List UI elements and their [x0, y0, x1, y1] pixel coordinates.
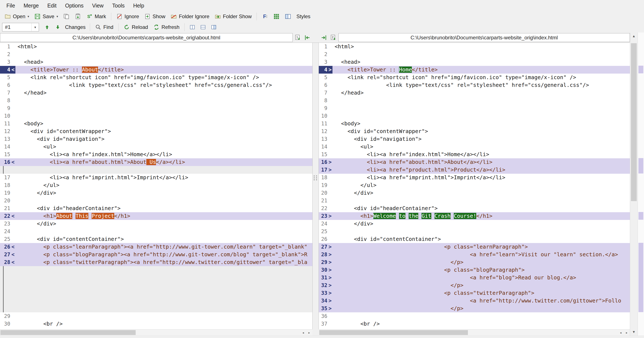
code-row[interactable]: 29> </p> [319, 258, 630, 266]
diff-selector-combobox[interactable]: #1 ▾ [2, 23, 39, 32]
code-row[interactable]: 3 <head> [319, 58, 630, 66]
code-row[interactable]: 6 <link type="text/css" rel="stylesheet"… [319, 81, 630, 89]
code-row[interactable]: 11 <body> [0, 120, 312, 128]
code-row[interactable]: 15 <li><a href="index.html">Home</a></li… [319, 150, 630, 158]
code-row[interactable]: 26< <p class="learnParagraph"><a href="h… [0, 243, 312, 251]
copy-button[interactable] [61, 12, 72, 21]
scroll-right-icon[interactable]: ▸ [624, 330, 630, 335]
code-row[interactable]: 31 <br /> [0, 328, 312, 329]
scroll-left-icon[interactable]: ◂ [300, 330, 306, 335]
open-button[interactable]: Open ▾ [2, 12, 32, 21]
code-row[interactable]: 5 <link rel="shortcut icon" href="img/fa… [0, 74, 312, 81]
left-hscroll-thumb[interactable] [0, 330, 136, 335]
pane-splitter[interactable] [312, 43, 319, 329]
vscroll-thumb[interactable] [631, 43, 637, 201]
code-row[interactable]: 4> <title>Tower :: Home</title> [319, 66, 630, 74]
code-row[interactable]: 32> </p> [319, 282, 630, 289]
vertical-scrollbar[interactable]: ▲ ▼ [630, 32, 638, 336]
chevron-down-icon[interactable]: ▾ [32, 23, 39, 31]
menu-item-options[interactable]: Options [61, 1, 88, 10]
code-row[interactable]: 20 [0, 197, 312, 204]
code-row[interactable]: 3 <head> [0, 58, 312, 66]
left-horizontal-scrollbar[interactable]: ◂ ▸ [0, 329, 312, 336]
scroll-down-icon[interactable]: ▼ [630, 328, 638, 336]
scroll-right-icon[interactable]: ▸ [306, 330, 312, 335]
code-row[interactable]: 2 [0, 50, 312, 58]
code-row[interactable]: 30 <br /> [0, 320, 312, 328]
menu-item-view[interactable]: View [88, 1, 108, 10]
find-button[interactable]: Find [93, 22, 116, 32]
code-row[interactable]: 26 <div id="contentContainer"> [319, 235, 630, 243]
code-gap-row[interactable] [0, 297, 312, 305]
font-button[interactable]: F [259, 12, 270, 21]
code-row[interactable]: 29 [0, 312, 312, 320]
copy-pane1-button[interactable]: 1 [294, 33, 302, 42]
layout-vertical-button[interactable] [187, 22, 198, 32]
scroll-left-icon[interactable]: ◂ [618, 330, 624, 335]
code-row[interactable]: 8 [0, 97, 312, 104]
code-row[interactable]: 12 <div id="contentWrapper"> [319, 128, 630, 135]
code-row[interactable]: 12 <div id="contentWrapper"> [0, 128, 312, 135]
code-row[interactable]: 38 <br /> [319, 328, 630, 329]
code-row[interactable]: 21 <div id="headerContainer"> [0, 204, 312, 212]
code-row[interactable]: 22< <h1>About This Project</h1> [0, 212, 312, 220]
refresh-button[interactable]: Refresh [151, 22, 182, 32]
code-row[interactable]: 18 </ul> [0, 182, 312, 189]
right-file-path-header[interactable]: C:\Users\brunobrito\Documents\carparts-w… [338, 33, 630, 42]
code-row[interactable]: 34> <a href="http://www.twitter.com/gitt… [319, 297, 630, 305]
code-row[interactable]: 6 <link type="text/css" rel="stylesheet"… [0, 81, 312, 89]
diff-location-map[interactable] [638, 32, 644, 336]
diff-map-block[interactable] [638, 66, 643, 74]
panes-view-button[interactable] [282, 12, 294, 21]
code-row[interactable]: 5 <link rel="shortcut icon" href="img/fa… [319, 74, 630, 81]
code-row[interactable]: 10 [0, 112, 312, 120]
code-row[interactable]: 17 <li><a href="imprint.html">Imprint</a… [0, 174, 312, 182]
code-row[interactable]: 16< <li><a href="about.html">About Us</a… [0, 158, 312, 166]
right-horizontal-scrollbar[interactable]: ◂ ▸ [319, 329, 630, 336]
code-row[interactable]: 8 [319, 97, 630, 104]
save-button[interactable]: Save ▾ [32, 12, 60, 21]
code-row[interactable]: 23 </div> [0, 220, 312, 228]
code-row[interactable]: 37 <br /> [319, 320, 630, 328]
diff-map-block[interactable] [638, 158, 643, 174]
code-row[interactable]: 4< <title>Tower :: About</title> [0, 66, 312, 74]
next-diff-button[interactable] [53, 22, 63, 32]
code-row[interactable]: 33> <p class="twitterParagraph"> [319, 289, 630, 297]
menu-item-edit[interactable]: Edit [43, 1, 61, 10]
folder-ignore-button[interactable]: Folder Ignore [168, 12, 212, 21]
styles-button[interactable]: Styles [294, 12, 312, 21]
code-row[interactable]: 14 <ul> [319, 143, 630, 150]
code-row[interactable]: 22 <div id="headerContainer"> [319, 204, 630, 212]
code-gap-row[interactable] [0, 305, 312, 312]
diff-map-block[interactable] [638, 212, 643, 220]
reload-button[interactable]: Reload [121, 22, 150, 32]
code-row[interactable]: 15 <li><a href="index.html">Home</a></li… [0, 150, 312, 158]
code-row[interactable]: 21 [319, 197, 630, 204]
code-row[interactable]: 24 </div> [319, 220, 630, 228]
code-gap-row[interactable] [0, 274, 312, 282]
right-code-pane[interactable]: 1<html>23 <head>4> <title>Tower :: Home<… [319, 43, 630, 329]
code-row[interactable]: 25 <div id="contentContainer"> [0, 235, 312, 243]
code-row[interactable]: 9 [0, 104, 312, 112]
paste-button[interactable] [72, 12, 84, 21]
code-row[interactable]: 28> <a href="learn">Visit our "learn" se… [319, 251, 630, 258]
code-row[interactable]: 24 [0, 228, 312, 235]
code-row[interactable]: 17> <li><a href="product.html">Product</… [319, 166, 630, 174]
code-row[interactable]: 1<html> [319, 43, 630, 50]
code-row[interactable]: 13 <div id="navigation"> [0, 135, 312, 143]
menu-item-file[interactable]: File [2, 1, 19, 10]
code-row[interactable]: 10 [319, 112, 630, 120]
left-code-pane[interactable]: 1<html>23 <head>4< <title>Tower :: About… [0, 43, 312, 329]
code-row[interactable]: 7 </head> [0, 89, 312, 97]
code-row[interactable]: 7 </head> [319, 89, 630, 97]
menu-item-tools[interactable]: Tools [108, 1, 129, 10]
left-file-path-header[interactable]: C:\Users\brunobrito\Documents\carparts-w… [0, 33, 293, 42]
code-row[interactable]: 18 <li><a href="imprint.html">Imprint</a… [319, 174, 630, 182]
copy-to-right-button[interactable] [320, 33, 328, 42]
code-row[interactable]: 36 [319, 312, 630, 320]
previous-diff-button[interactable] [42, 22, 52, 32]
code-gap-row[interactable] [0, 266, 312, 274]
code-row[interactable]: 1<html> [0, 43, 312, 50]
code-gap-row[interactable] [0, 282, 312, 289]
layout-horizontal-button[interactable] [198, 22, 208, 32]
